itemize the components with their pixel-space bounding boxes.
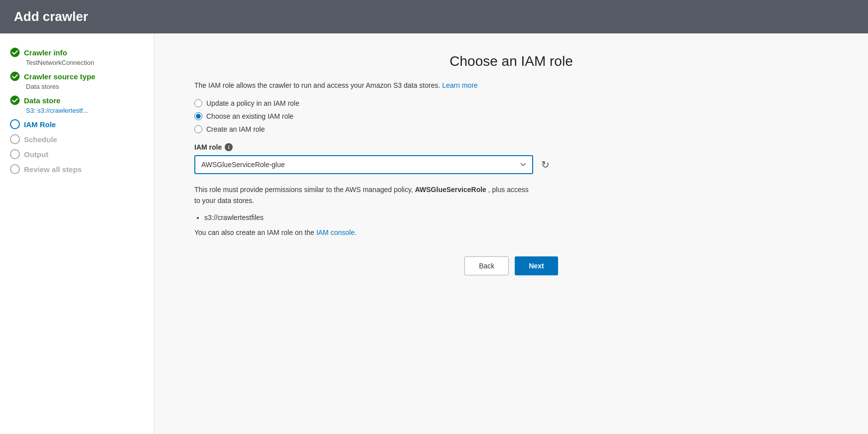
iam-role-description: The IAM role allows the crawler to run a…	[194, 81, 533, 89]
sidebar-step-label-review-all-steps: Review all steps	[24, 165, 82, 174]
circle-icon-schedule	[10, 134, 20, 144]
iam-role-select[interactable]: AWSGlueServiceRole-glue	[194, 155, 533, 174]
learn-more-link[interactable]: Learn more	[442, 81, 478, 89]
page-header: Add crawler	[0, 0, 868, 33]
circle-icon-output	[10, 149, 20, 159]
role-description-text: This role must provide permissions simil…	[194, 184, 533, 207]
iam-role-info-icon[interactable]: i	[225, 143, 233, 151]
radio-update-policy-input[interactable]	[194, 99, 202, 107]
iam-role-label-text: IAM role	[194, 143, 222, 151]
radio-create-new-label: Create an IAM role	[206, 125, 265, 133]
radio-create-new[interactable]: Create an IAM role	[194, 125, 828, 133]
iam-role-radio-group: Update a policy in an IAM role Choose an…	[194, 99, 828, 133]
iam-role-field-label: IAM role i	[194, 143, 828, 151]
sidebar: Crawler info TestNetworkConnection Crawl…	[0, 33, 154, 434]
radio-choose-existing[interactable]: Choose an existing IAM role	[194, 112, 828, 120]
sidebar-step-label-output: Output	[24, 150, 48, 159]
iam-console-note-text: You can also create an IAM role on the	[194, 228, 314, 236]
data-store-item: s3://crawlertestfiles	[204, 214, 828, 221]
sidebar-sub-label-crawler-info: TestNetworkConnection	[26, 59, 144, 66]
radio-update-policy[interactable]: Update a policy in an IAM role	[194, 99, 828, 107]
sidebar-item-iam-role[interactable]: IAM Role	[10, 119, 144, 129]
next-button[interactable]: Next	[515, 256, 558, 275]
data-stores-list: s3://crawlertestfiles	[204, 214, 828, 221]
iam-console-link[interactable]: IAM console.	[316, 228, 357, 236]
role-desc-part1: This role must provide permissions simil…	[194, 186, 413, 194]
checkmark-circle-icon-2	[10, 71, 20, 81]
main-layout: Crawler info TestNetworkConnection Crawl…	[0, 33, 868, 434]
sidebar-sub-label-crawler-source-type: Data stores	[26, 83, 144, 90]
description-text: The IAM role allows the crawler to run a…	[194, 81, 440, 89]
radio-choose-existing-label: Choose an existing IAM role	[206, 112, 293, 120]
sidebar-item-review-all-steps[interactable]: Review all steps	[10, 164, 144, 174]
sidebar-item-schedule[interactable]: Schedule	[10, 134, 144, 144]
back-button[interactable]: Back	[464, 256, 509, 275]
sidebar-step-label-crawler-source-type: Crawler source type	[24, 72, 95, 81]
checkmark-circle-icon	[10, 47, 20, 57]
radio-choose-existing-input[interactable]	[194, 112, 202, 120]
page-title: Add crawler	[14, 9, 88, 24]
sidebar-item-data-store[interactable]: Data store S3: s3://crawlertestf...	[10, 95, 144, 114]
main-content-area: Choose an IAM role The IAM role allows t…	[154, 33, 868, 434]
sidebar-sub-label-data-store[interactable]: S3: s3://crawlertestf...	[26, 107, 144, 114]
iam-console-note: You can also create an IAM role on the I…	[194, 228, 533, 236]
checkmark-circle-icon-3	[10, 95, 20, 105]
sidebar-item-output[interactable]: Output	[10, 149, 144, 159]
radio-update-policy-label: Update a policy in an IAM role	[206, 99, 299, 107]
svg-point-0	[10, 48, 19, 57]
radio-create-new-input[interactable]	[194, 125, 202, 133]
iam-role-select-row: AWSGlueServiceRole-glue ↻	[194, 155, 828, 174]
circle-icon-iam-role	[10, 119, 20, 129]
svg-point-2	[10, 96, 19, 105]
sidebar-step-label-iam-role: IAM Role	[24, 120, 56, 129]
refresh-iam-roles-button[interactable]: ↻	[539, 157, 552, 173]
sidebar-step-label-crawler-info: Crawler info	[24, 48, 67, 57]
button-row: Back Next	[194, 256, 828, 275]
sidebar-item-crawler-source-type[interactable]: Crawler source type Data stores	[10, 71, 144, 90]
role-policy-name: AWSGlueServiceRole	[415, 186, 486, 194]
choose-iam-role-title: Choose an IAM role	[194, 53, 828, 69]
circle-icon-review	[10, 164, 20, 174]
svg-point-1	[10, 72, 19, 81]
sidebar-step-label-schedule: Schedule	[24, 135, 57, 144]
sidebar-item-crawler-info[interactable]: Crawler info TestNetworkConnection	[10, 47, 144, 66]
sidebar-step-label-data-store: Data store	[24, 96, 60, 105]
